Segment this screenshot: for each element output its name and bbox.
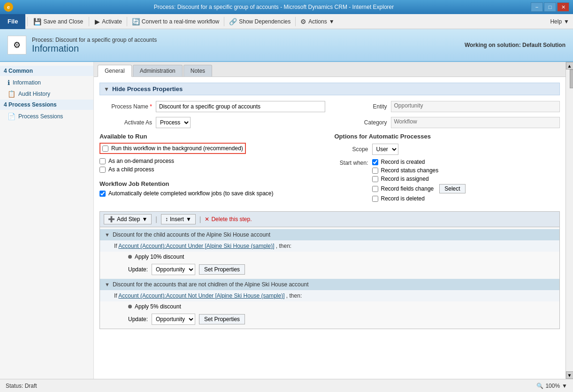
sw-deleted-row[interactable]: Record is deleted: [372, 195, 466, 202]
steps-toolbar: ➕ Add Step ▼ | ↕ Insert ▼ | ✕: [100, 212, 559, 227]
audit-icon: 📋: [8, 90, 15, 98]
sidebar-item-process-sessions[interactable]: 📄 Process Sessions: [0, 111, 93, 122]
add-step-label: Add Step: [117, 216, 140, 223]
sidebar-audit-label: Audit History: [18, 91, 50, 97]
activate-as-select[interactable]: Process: [156, 117, 191, 128]
sidebar-item-information[interactable]: ℹ Information: [0, 77, 93, 88]
sw-fields-checkbox[interactable]: [372, 186, 378, 192]
sw-created-row[interactable]: Record is created: [372, 159, 466, 165]
show-deps-label: Show Dependencies: [239, 18, 290, 25]
delete-step-button[interactable]: ✕ Delete this step.: [205, 216, 252, 223]
checkbox-auto-delete-label: Automatically delete completed workflow …: [108, 190, 274, 197]
sw-assigned-checkbox[interactable]: [372, 176, 378, 182]
tabs-bar: General Administration Notes: [94, 62, 565, 77]
category-row: Category Workflow: [335, 117, 560, 128]
step-update-row-1: Update: Opportunity Set Properties: [100, 262, 559, 277]
toolbar-divider-1: [127, 17, 127, 26]
category-label: Category: [335, 119, 391, 126]
convert-button[interactable]: 🔄 Convert to a real-time workflow: [128, 15, 223, 28]
activate-label: Activate: [102, 18, 122, 25]
breadcrumb: Process: Discount for a specific group o…: [32, 37, 157, 43]
ie-icon: e: [4, 2, 13, 12]
sw-deleted-checkbox[interactable]: [372, 196, 378, 202]
checkbox-ondemand[interactable]: [99, 158, 106, 164]
step-group-2: ▼ Discount for the accounts that are not…: [100, 279, 559, 327]
if-then-2: , then:: [286, 292, 302, 299]
sidebar-item-audit-history[interactable]: 📋 Audit History: [0, 88, 93, 100]
options-title: Options for Automatic Processes: [335, 133, 560, 140]
update-select-1[interactable]: Opportunity: [152, 264, 195, 275]
activate-as-select-wrap: Process: [156, 117, 191, 128]
sw-deleted-label: Record is deleted: [381, 195, 425, 202]
insert-button[interactable]: ↕ Insert ▼: [161, 214, 196, 224]
show-deps-button[interactable]: 🔗 Show Dependencies: [225, 15, 294, 28]
add-step-button[interactable]: ➕ Add Step ▼: [104, 214, 152, 224]
help-button[interactable]: Help ▼: [546, 15, 573, 28]
title-bar: e Process: Discount for a specific group…: [0, 0, 573, 14]
checkbox-child[interactable]: [99, 167, 106, 173]
scroll-up-button[interactable]: ▲: [566, 62, 573, 69]
process-sessions-icon: 📄: [8, 113, 15, 120]
checkbox-background-label: Run this workflow in the background (rec…: [111, 145, 243, 152]
select-button[interactable]: Select: [439, 184, 465, 193]
common-group-header: 4 Common: [0, 66, 93, 76]
close-button[interactable]: ✕: [557, 2, 569, 12]
if-link-2[interactable]: Account (Account):Account Not Under [Alp…: [118, 292, 284, 299]
checkbox-background[interactable]: [102, 146, 108, 152]
app-icon: ⚙: [8, 36, 26, 54]
update-select-2[interactable]: Opportunity: [152, 314, 195, 325]
if-text-2: If: [114, 292, 117, 299]
save-close-button[interactable]: 💾 Save and Close: [30, 15, 87, 28]
step-if-1: If Account (Account):Account Under [Alpi…: [100, 240, 559, 252]
sw-fields-row: Record fields change Select: [372, 184, 466, 193]
process-name-input[interactable]: [156, 101, 325, 112]
set-props-button-1[interactable]: Set Properties: [199, 264, 245, 275]
step-title-1: Discount for the child accounts of the A…: [113, 231, 270, 238]
sw-status-row[interactable]: Record status changes: [372, 167, 466, 174]
scope-select[interactable]: User: [372, 144, 398, 155]
set-props-button-2[interactable]: Set Properties: [199, 314, 245, 324]
actions-dropdown-icon: ▼: [329, 18, 335, 25]
page-title: Information: [32, 43, 157, 54]
sw-assigned-row[interactable]: Record is assigned: [372, 176, 466, 182]
sw-status-checkbox[interactable]: [372, 168, 378, 174]
toolbar-sep-2: |: [199, 215, 201, 223]
checkbox-background-row[interactable]: Run this workflow in the background (rec…: [99, 143, 246, 154]
zoom-dropdown-icon[interactable]: ▼: [562, 383, 567, 389]
checkbox-auto-delete-row[interactable]: Automatically delete completed workflow …: [99, 190, 325, 197]
step-action-text-2: Apply 5% discount: [135, 303, 181, 310]
activate-button[interactable]: ▶ Activate: [91, 15, 126, 28]
if-text-1: If: [114, 243, 117, 249]
if-link-1[interactable]: Account (Account):Account Under [Alpine …: [118, 243, 274, 249]
scope-label: Scope: [335, 146, 372, 153]
add-step-arrow: ▼: [142, 216, 147, 223]
scroll-down-button[interactable]: ▼: [566, 371, 573, 379]
process-name-row: Process Name *: [99, 101, 325, 112]
app-header: ⚙ Process: Discount for a specific group…: [0, 29, 573, 62]
entity-label: Entity: [335, 103, 391, 110]
file-button[interactable]: File: [0, 14, 25, 29]
step-action-2: Apply 5% discount: [100, 301, 559, 312]
tab-notes[interactable]: Notes: [183, 65, 212, 77]
tab-administration[interactable]: Administration: [133, 65, 183, 77]
checkbox-ondemand-row[interactable]: As an on-demand process: [99, 158, 325, 164]
step-action-1: Apply 10% discount: [100, 252, 559, 262]
form-scroll-area: ▼ Hide Process Properties Process Name *: [94, 77, 565, 379]
sw-created-checkbox[interactable]: [372, 159, 378, 165]
scrollbar-thumb[interactable]: [570, 69, 573, 88]
form-right: Entity Opportunity Category Workflow Opt…: [335, 101, 560, 204]
sw-fields-label: Record fields change: [381, 185, 434, 192]
main-layout: 4 Common ℹ Information 📋 Audit History 4…: [0, 62, 573, 379]
add-step-icon: ➕: [108, 216, 115, 223]
restore-button[interactable]: □: [544, 2, 556, 12]
minimize-button[interactable]: −: [531, 2, 543, 12]
checkbox-auto-delete[interactable]: [99, 191, 106, 197]
checkbox-child-row[interactable]: As a child process: [99, 166, 325, 173]
section-collapse-arrow: ▼: [104, 86, 109, 92]
tab-general[interactable]: General: [98, 65, 132, 77]
actions-button[interactable]: ⚙ Actions ▼: [297, 15, 338, 28]
deps-icon: 🔗: [229, 18, 237, 25]
section-header[interactable]: ▼ Hide Process Properties: [99, 83, 560, 95]
working-on-solution: Working on solution: Default Solution: [465, 42, 565, 48]
toolbar-separator-1: [27, 17, 28, 26]
